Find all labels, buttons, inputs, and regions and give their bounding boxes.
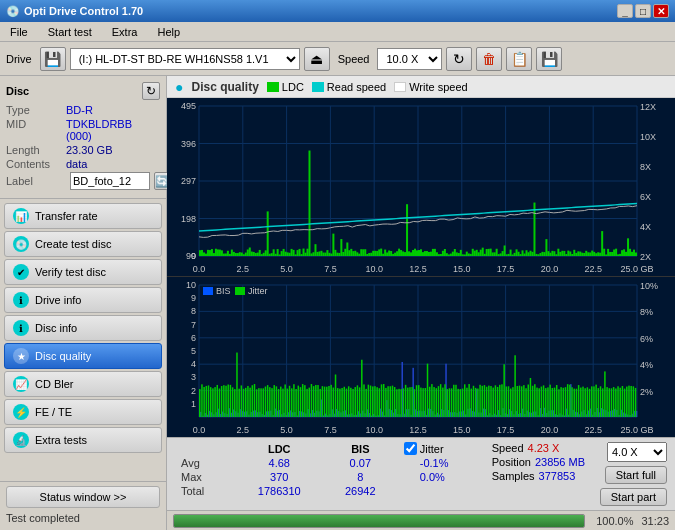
chart-header: ● Disc quality LDC Read speed Write spee… (167, 76, 675, 98)
chart-title: Disc quality (191, 80, 258, 94)
charts-wrapper (167, 98, 675, 437)
app-icon: 💿 (6, 5, 20, 18)
erase-button[interactable]: 🗑 (476, 47, 502, 71)
col-ldc: LDC (234, 442, 325, 456)
total-bis: 26942 (325, 484, 396, 498)
jitter-section: Jitter -0.1% 0.0% (404, 442, 484, 483)
menu-file[interactable]: File (4, 25, 34, 39)
save-button[interactable]: 💾 (536, 47, 562, 71)
avg-jitter: -0.1% (404, 457, 484, 469)
test-speed-select[interactable]: 4.0 X (607, 442, 667, 462)
nav-drive-info-label: Drive info (35, 294, 81, 306)
legend-read-speed-label: Read speed (327, 81, 386, 93)
position-val: 23856 MB (535, 456, 585, 468)
nav-disc-info[interactable]: ℹ Disc info (4, 315, 162, 341)
test-completed-text: Test completed (6, 510, 160, 526)
disc-contents-value: data (66, 158, 87, 170)
disc-mid-label: MID (6, 118, 66, 142)
speed-col-label: Speed (492, 442, 524, 454)
disc-length-label: Length (6, 144, 66, 156)
start-full-button[interactable]: Start full (605, 466, 667, 484)
nav-verify-test-disc[interactable]: ✔ Verify test disc (4, 259, 162, 285)
nav-cd-bler[interactable]: 📈 CD Bler (4, 371, 162, 397)
legend-ldc: LDC (267, 81, 304, 93)
nav-transfer-rate[interactable]: 📊 Transfer rate (4, 203, 162, 229)
disc-contents-label: Contents (6, 158, 66, 170)
position-label: Position (492, 456, 531, 468)
maximize-button[interactable]: □ (635, 4, 651, 18)
nav-fe-te-label: FE / TE (35, 406, 72, 418)
drive-select[interactable]: (I:) HL-DT-ST BD-RE WH16NS58 1.V1 (70, 48, 300, 70)
eject-button[interactable]: ⏏ (304, 47, 330, 71)
disc-type-label: Type (6, 104, 66, 116)
disc-info-panel: Disc ↻ Type BD-R MID TDKBLDRBB (000) Len… (0, 76, 166, 199)
action-section: 4.0 X Start full Start part (600, 442, 667, 506)
refresh-button[interactable]: ↻ (446, 47, 472, 71)
extra-tests-icon: 🔬 (13, 432, 29, 448)
disc-label-input[interactable] (70, 172, 150, 190)
nav-verify-test-disc-label: Verify test disc (35, 266, 106, 278)
main-layout: Disc ↻ Type BD-R MID TDKBLDRBB (000) Len… (0, 76, 675, 530)
disc-length-value: 23.30 GB (66, 144, 112, 156)
max-label: Max (175, 470, 234, 484)
legend-write-speed-label: Write speed (409, 81, 468, 93)
nav-transfer-rate-label: Transfer rate (35, 210, 98, 222)
col-bis: BIS (325, 442, 396, 456)
nav-create-test-disc-label: Create test disc (35, 238, 111, 250)
status-window-button[interactable]: Status window >> (6, 486, 160, 508)
disc-refresh-button[interactable]: ↻ (142, 82, 160, 100)
speed-section: Speed 4.23 X Position 23856 MB Samples 3… (492, 442, 592, 482)
minimize-button[interactable]: _ (617, 4, 633, 18)
nav-drive-info[interactable]: ℹ Drive info (4, 287, 162, 313)
avg-label: Avg (175, 456, 234, 470)
stats-table: LDC BIS Avg 4.68 0.07 Max 370 8 Total (175, 442, 396, 498)
total-ldc: 1786310 (234, 484, 325, 498)
toolbar: Drive 💾 (I:) HL-DT-ST BD-RE WH16NS58 1.V… (0, 42, 675, 76)
start-part-button[interactable]: Start part (600, 488, 667, 506)
drive-icon-button[interactable]: 💾 (40, 47, 66, 71)
drive-label: Drive (6, 53, 32, 65)
top-chart-canvas (167, 98, 675, 276)
fe-te-icon: ⚡ (13, 404, 29, 420)
nav-create-test-disc[interactable]: 💿 Create test disc (4, 231, 162, 257)
legend-ldc-label: LDC (282, 81, 304, 93)
copy-button[interactable]: 📋 (506, 47, 532, 71)
disc-quality-icon: ★ (13, 348, 29, 364)
drive-info-icon: ℹ (13, 292, 29, 308)
progress-time: 31:23 (641, 515, 669, 527)
status-section: Status window >> Test completed (0, 481, 166, 530)
total-label: Total (175, 484, 234, 498)
menu-extra[interactable]: Extra (106, 25, 144, 39)
disc-section-title: Disc (6, 85, 29, 97)
progress-bar-inner (174, 515, 584, 527)
disc-info-icon: ℹ (13, 320, 29, 336)
bottom-chart-canvas (167, 277, 675, 437)
title-bar: 💿 Opti Drive Control 1.70 _ □ ✕ (0, 0, 675, 22)
nav-section: 📊 Transfer rate 💿 Create test disc ✔ Ver… (0, 199, 166, 481)
speed-select[interactable]: 10.0 X (377, 48, 442, 70)
jitter-checkbox[interactable] (404, 442, 417, 455)
top-chart (167, 98, 675, 277)
nav-cd-bler-label: CD Bler (35, 378, 74, 390)
sidebar: Disc ↻ Type BD-R MID TDKBLDRBB (000) Len… (0, 76, 167, 530)
verify-test-disc-icon: ✔ (13, 264, 29, 280)
menu-start-test[interactable]: Start test (42, 25, 98, 39)
disc-type-value: BD-R (66, 104, 93, 116)
nav-extra-tests[interactable]: 🔬 Extra tests (4, 427, 162, 453)
nav-disc-quality-label: Disc quality (35, 350, 91, 362)
samples-label: Samples (492, 470, 535, 482)
app-title: Opti Drive Control 1.70 (24, 5, 143, 17)
progress-bar-section: 100.0% 31:23 (167, 510, 675, 530)
legend-read-speed: Read speed (312, 81, 386, 93)
close-button[interactable]: ✕ (653, 4, 669, 18)
disc-mid-value: TDKBLDRBB (000) (66, 118, 160, 142)
nav-fe-te[interactable]: ⚡ FE / TE (4, 399, 162, 425)
menu-bar: File Start test Extra Help (0, 22, 675, 42)
menu-help[interactable]: Help (151, 25, 186, 39)
max-jitter: 0.0% (404, 471, 484, 483)
max-ldc: 370 (234, 470, 325, 484)
avg-bis: 0.07 (325, 456, 396, 470)
content-area: ● Disc quality LDC Read speed Write spee… (167, 76, 675, 530)
nav-disc-quality[interactable]: ★ Disc quality (4, 343, 162, 369)
bottom-chart (167, 277, 675, 437)
